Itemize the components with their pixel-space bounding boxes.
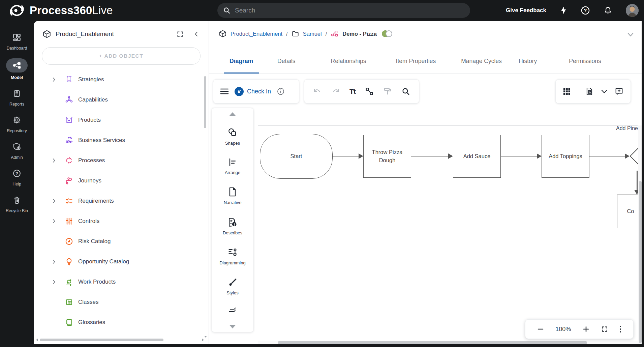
node-cook[interactable]: Co <box>617 195 638 228</box>
tree-item-journeys[interactable]: Journeys <box>34 171 209 191</box>
tab-item-properties[interactable]: Item Properties <box>396 49 436 74</box>
canvas-horizontal-scrollbar[interactable] <box>258 341 638 344</box>
redo-icon[interactable] <box>331 88 340 95</box>
scrollbar-thumb[interactable] <box>639 181 642 343</box>
nav-help[interactable]: ? Help <box>0 164 34 191</box>
format-painter-icon[interactable] <box>383 87 392 96</box>
connector-sauce-to-toppings[interactable] <box>501 156 537 157</box>
tree-item-work-products[interactable]: Work Products <box>34 272 209 292</box>
tree-item-business-services[interactable]: Business Services <box>34 130 209 150</box>
tree-item-requirements[interactable]: Requirements <box>34 191 209 211</box>
diagram-search-icon[interactable] <box>401 87 410 96</box>
breadcrumb-repo-link[interactable]: Product_Enablement <box>231 31 282 37</box>
chevron-right-icon[interactable] <box>50 217 58 225</box>
app-title: Process360Live <box>30 4 113 17</box>
breadcrumb-folder-link[interactable]: Samuel <box>303 31 322 37</box>
tree-item-products[interactable]: Products <box>34 110 209 130</box>
connector-tool-icon[interactable] <box>365 87 374 96</box>
node-add-toppings[interactable]: Add Toppings <box>542 135 589 178</box>
tree-horizontal-scrollbar[interactable] <box>40 339 163 341</box>
tree-vertical-scrollbar[interactable] <box>204 76 206 128</box>
check-in-button[interactable]: Check In <box>235 87 271 96</box>
chevron-right-icon[interactable] <box>50 197 58 205</box>
node-throw-pizza-dough[interactable]: Throw Pizza Dough <box>363 135 411 178</box>
palette-shapes[interactable]: Shapes <box>225 127 240 146</box>
add-comment-icon[interactable] <box>615 87 623 96</box>
chevron-down-icon[interactable] <box>601 89 608 94</box>
collapse-panel-chevron-left-icon[interactable] <box>193 31 200 37</box>
palette-scroll-up-icon[interactable] <box>229 112 236 116</box>
tree-item-capabilities[interactable]: Capabilities <box>34 90 209 110</box>
notifications-bell-icon[interactable] <box>604 6 612 15</box>
help-circle-icon[interactable]: ? <box>581 6 590 15</box>
info-icon[interactable] <box>277 87 285 95</box>
undo-icon[interactable] <box>313 88 322 95</box>
expand-fullscreen-icon[interactable] <box>177 31 184 38</box>
chevron-right-icon[interactable] <box>50 278 58 286</box>
nav-admin[interactable]: Admin <box>0 138 34 164</box>
atom-logo-icon <box>9 3 25 18</box>
nav-reports[interactable]: Reports <box>0 84 34 111</box>
grid-view-icon[interactable] <box>563 87 571 95</box>
user-avatar[interactable] <box>626 4 639 17</box>
palette-describes[interactable]: Describes <box>223 217 242 235</box>
nav-label: Recycle Bin <box>6 208 28 213</box>
tree-item-glossaries[interactable]: Glossaries <box>34 312 209 332</box>
breadcrumb-expand-chevron-down-icon[interactable] <box>627 32 634 37</box>
palette-more-partial[interactable] <box>227 307 238 313</box>
node-start[interactable]: Start <box>260 134 333 179</box>
zoom-out-icon[interactable] <box>538 326 544 332</box>
chevron-right-icon[interactable] <box>50 76 58 84</box>
tree-item-risk-catalog[interactable]: Risk Catalog <box>34 231 209 252</box>
tab-manage-cycles[interactable]: Manage Cycles <box>461 49 502 74</box>
chevron-right-icon[interactable] <box>50 156 58 165</box>
tree-item-classes[interactable]: Classes <box>34 292 209 312</box>
diagram-canvas[interactable]: Start Throw Pizza Dough Add Sauce Add To… <box>258 125 638 344</box>
search-input[interactable] <box>235 7 465 14</box>
connector-start-to-dough[interactable] <box>333 156 359 157</box>
text-format-button[interactable]: Tt <box>349 87 356 95</box>
scrollbar-thumb[interactable] <box>278 341 587 344</box>
connector-toppings-to-decision[interactable] <box>589 156 625 157</box>
more-options-kebab-icon[interactable] <box>620 326 621 332</box>
tab-permissions[interactable]: Permissions <box>569 49 601 74</box>
tab-details[interactable]: Details <box>277 49 296 74</box>
fit-to-screen-icon[interactable] <box>601 326 608 332</box>
tab-relationships[interactable]: Relationships <box>331 49 366 74</box>
add-object-button[interactable]: + ADD OBJECT <box>42 47 201 65</box>
nav-repository[interactable]: Repository <box>0 111 34 138</box>
strategies-rook-icon: ♖ <box>65 75 73 84</box>
nav-dashboard[interactable]: Dashboard <box>0 28 34 55</box>
tree-item-processes[interactable]: Processes <box>34 150 209 171</box>
nav-recycle-bin[interactable]: Recycle Bin <box>0 191 34 218</box>
app-logo[interactable]: Process360Live <box>0 3 113 18</box>
breadcrumb-separator: / <box>286 31 288 37</box>
connector-decision-to-cook[interactable] <box>637 171 638 190</box>
global-search[interactable] <box>217 3 470 18</box>
nav-model[interactable]: Model <box>0 55 34 84</box>
palette-narrative[interactable]: Narrative <box>224 187 242 205</box>
chevron-right-icon[interactable] <box>50 258 58 266</box>
tree-item-strategies[interactable]: ♖ Strategies <box>34 69 209 90</box>
zoom-in-icon[interactable] <box>583 326 589 332</box>
palette-diagramming[interactable]: Diagramming <box>219 247 245 265</box>
palette-arrange[interactable]: Arrange <box>225 157 240 175</box>
tab-history[interactable]: History <box>519 49 537 74</box>
scroll-down-arrow-icon[interactable] <box>204 336 207 338</box>
scroll-right-arrow-icon[interactable] <box>202 339 204 341</box>
node-add-sauce[interactable]: Add Sauce <box>453 135 501 178</box>
capabilities-icon <box>65 95 73 104</box>
object-tree: ♖ Strategies Capabilities <box>34 69 209 332</box>
export-document-icon[interactable] <box>585 87 594 96</box>
hamburger-menu-icon[interactable] <box>220 88 229 95</box>
scroll-left-arrow-icon[interactable] <box>36 339 38 341</box>
canvas-vertical-scrollbar[interactable] <box>638 125 642 344</box>
palette-scroll-down-icon[interactable] <box>229 325 236 328</box>
give-feedback-button[interactable]: Give Feedback <box>506 7 546 14</box>
tab-diagram[interactable]: Diagram <box>229 49 253 74</box>
tree-item-opportunity-catalog[interactable]: Opportunity Catalog <box>34 252 209 272</box>
palette-styles[interactable]: Styles <box>226 277 238 295</box>
lightning-icon[interactable] <box>560 6 567 15</box>
tree-item-controls[interactable]: Controls <box>34 211 209 231</box>
connector-dough-to-sauce[interactable] <box>411 156 449 157</box>
